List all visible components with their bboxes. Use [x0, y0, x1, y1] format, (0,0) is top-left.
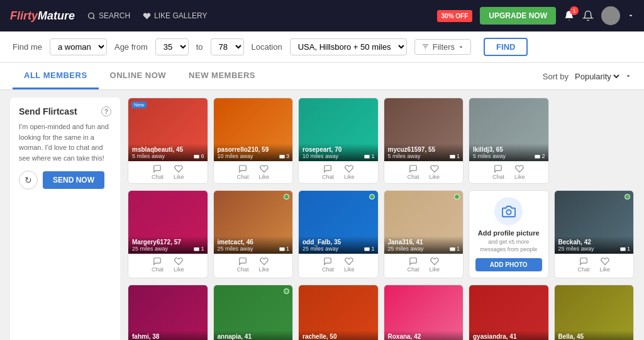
- location-select[interactable]: USA, Hillsboro + 50 miles: [290, 38, 407, 55]
- logo-flirty: Flirty: [10, 9, 38, 22]
- like-button[interactable]: Like: [430, 257, 440, 273]
- sort-select[interactable]: Popularity: [572, 71, 621, 82]
- member-card-mycuz61597[interactable]: mycuz61597, 55 5 miles away 1 Chat: [384, 98, 464, 184]
- flirtcast-panel: Send Flirtcast ? I'm open-minded and fun…: [10, 98, 120, 340]
- member-card-msblaqbeauti[interactable]: New msblaqbeauti, 45 5 miles away 6 Chat: [128, 98, 208, 184]
- alert-icon-wrapper[interactable]: [582, 10, 594, 21]
- member-card-odd-falb[interactable]: odd_Falb, 35 25 miles away 1 Chat: [298, 190, 379, 278]
- add-photo-title: Add profile picture: [478, 229, 540, 237]
- like-button[interactable]: Like: [344, 164, 355, 180]
- card-overlay: gyasiandra, 41 25 miles away: [469, 331, 548, 340]
- chat-button[interactable]: Chat: [152, 164, 164, 180]
- sort-bar: Sort by Popularity: [543, 71, 631, 82]
- add-photo-icon: [494, 197, 523, 225]
- new-badge: New: [131, 101, 147, 108]
- filters-button[interactable]: Filters: [414, 39, 471, 55]
- search-nav[interactable]: SEARCH: [87, 11, 130, 20]
- photo-count: 1: [450, 246, 460, 252]
- flirtcast-send-button[interactable]: SEND NOW: [43, 171, 104, 189]
- flirtcast-title: Send Flirtcast ?: [19, 106, 111, 116]
- user-avatar[interactable]: [601, 6, 620, 25]
- chat-icon: [409, 257, 418, 266]
- like-button[interactable]: Like: [430, 164, 440, 180]
- chat-button[interactable]: Chat: [322, 164, 334, 180]
- members-row-2: Margery6172, 57 25 miles away 1 Chat: [128, 190, 634, 278]
- location-label: Location: [252, 42, 282, 52]
- chat-icon: [153, 164, 162, 173]
- like-gallery-nav[interactable]: LIKE GALLERY: [143, 11, 208, 20]
- chat-button[interactable]: Chat: [322, 257, 334, 273]
- find-button[interactable]: FIND: [484, 38, 528, 56]
- find-me-label: Find me: [13, 42, 42, 52]
- discount-badge: 30% OFF: [437, 10, 473, 22]
- member-card-jana316[interactable]: Jana316, 41 25 miles away 1 Chat: [384, 190, 464, 278]
- heart-like-icon: [174, 164, 183, 173]
- tab-all-members[interactable]: ALL MEMBERS: [13, 63, 99, 89]
- members-row-1: New msblaqbeauti, 45 5 miles away 6 Chat: [128, 98, 634, 184]
- card-actions: Chat Like: [214, 254, 293, 276]
- member-card-annapia[interactable]: annapia, 41 25 miles away 1 Chat: [213, 285, 294, 340]
- add-photo-button[interactable]: ADD PHOTO: [475, 258, 542, 271]
- like-button[interactable]: Like: [344, 257, 355, 273]
- chat-icon: [409, 164, 418, 173]
- filter-bar: Find me a woman Age from 35 to 78 Locati…: [0, 31, 644, 63]
- like-button[interactable]: Like: [174, 164, 184, 180]
- like-button[interactable]: Like: [174, 257, 184, 273]
- like-button[interactable]: Like: [259, 164, 270, 180]
- filters-chevron-icon: [458, 44, 464, 50]
- svg-point-25: [622, 248, 624, 250]
- age-from-select[interactable]: 35: [155, 38, 189, 55]
- search-icon: [87, 12, 96, 20]
- flirtcast-refresh-button[interactable]: ↻: [19, 171, 38, 190]
- help-icon[interactable]: ?: [101, 106, 111, 116]
- member-card-margery6172[interactable]: Margery6172, 57 25 miles away 1 Chat: [128, 190, 208, 278]
- photo-count: 1: [279, 246, 289, 252]
- chat-button[interactable]: Chat: [152, 257, 164, 273]
- chat-button[interactable]: Chat: [236, 257, 248, 273]
- upgrade-button[interactable]: UPGRADE NOW: [480, 7, 556, 25]
- card-actions: Chat Like: [555, 254, 634, 276]
- find-me-select[interactable]: a woman: [50, 38, 107, 55]
- camera-icon: [364, 246, 370, 252]
- chat-icon: [323, 164, 332, 173]
- tab-new-members[interactable]: NEW MEMBERS: [177, 63, 267, 89]
- chat-button[interactable]: Chat: [236, 164, 248, 180]
- svg-point-12: [452, 156, 453, 157]
- logo[interactable]: FlirtyMature: [10, 9, 75, 23]
- online-indicator: [369, 194, 375, 200]
- add-photo-card[interactable]: Add profile picture and get x5 more mess…: [469, 190, 549, 278]
- alert-bell-icon: [582, 10, 594, 21]
- camera-icon: [364, 154, 370, 159]
- like-button[interactable]: Like: [600, 257, 611, 273]
- member-card-rosepeart[interactable]: rosepeart, 70 10 miles away 1 Chat: [298, 98, 379, 184]
- member-card-imetcact[interactable]: imetcact, 46 25 miles away 1 Chat: [213, 190, 294, 278]
- chevron-down-icon[interactable]: [628, 13, 634, 19]
- member-card-bella[interactable]: Bella, 45 25 miles away 7 Chat: [554, 285, 635, 340]
- svg-point-20: [366, 248, 368, 250]
- tab-online-now[interactable]: ONLINE NOW: [99, 63, 178, 89]
- photo-count: 6: [194, 153, 204, 159]
- member-card-lkilldj3[interactable]: lkilldj3, 65 5 miles away 2 Chat: [469, 98, 549, 184]
- flirtcast-message: I'm open-minded and fun and looking for …: [19, 122, 111, 163]
- member-card-roxana[interactable]: Roxana, 42 25 miles away 1 Chat: [384, 285, 464, 340]
- member-card-rachelle[interactable]: rachelle, 50 25 miles away 1 Chat: [298, 285, 379, 340]
- card-actions: Chat Like: [299, 161, 378, 183]
- age-to-label: to: [196, 42, 203, 52]
- filters-icon: [421, 43, 430, 51]
- like-button[interactable]: Like: [259, 257, 270, 273]
- notification-icon[interactable]: 1: [564, 10, 575, 21]
- card-overlay: annapia, 41 25 miles away: [214, 331, 293, 340]
- age-to-select[interactable]: 78: [211, 38, 244, 55]
- chat-button[interactable]: Chat: [492, 164, 504, 180]
- member-card-beckah[interactable]: Beckah, 42 25 miles away 1 Chat: [554, 190, 635, 278]
- member-card-pasorrello210[interactable]: pasorrello210, 59 10 miles away 3 Chat: [213, 98, 294, 184]
- member-card-gyasiandra[interactable]: gyasiandra, 41 25 miles away 1 Chat: [469, 285, 549, 340]
- flirtcast-title-text: Send Flirtcast: [19, 106, 77, 116]
- chat-button[interactable]: Chat: [407, 257, 419, 273]
- chat-button[interactable]: Chat: [577, 257, 589, 273]
- member-card-fahmi[interactable]: fahmi, 38 25 miles away 3 Chat: [128, 285, 208, 340]
- card-overlay: fahmi, 38 25 miles away: [128, 331, 208, 340]
- like-button[interactable]: Like: [514, 164, 525, 180]
- chat-button[interactable]: Chat: [407, 164, 419, 180]
- heart-like-icon: [601, 257, 609, 266]
